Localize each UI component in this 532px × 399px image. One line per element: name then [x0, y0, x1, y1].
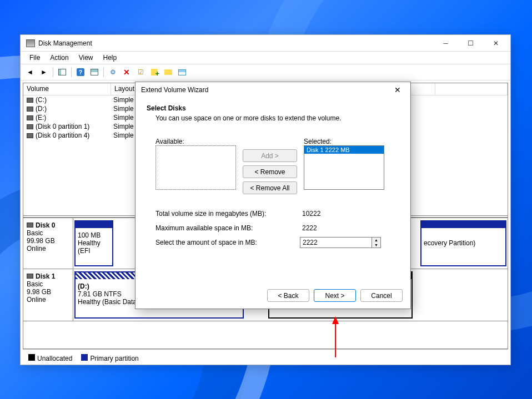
selected-listbox[interactable]: Disk 1 2222 MB — [304, 145, 384, 190]
remove-button[interactable]: < Remove — [243, 165, 297, 178]
cancel-button[interactable]: Cancel — [360, 289, 403, 302]
minimize-button[interactable]: ─ — [433, 36, 458, 51]
delete-icon[interactable]: ✕ — [121, 66, 133, 78]
wizard-titlebar: Extend Volume Wizard ✕ — [135, 82, 410, 98]
selected-label: Selected: — [304, 138, 384, 145]
volume-icon — [27, 124, 33, 129]
disk1-info: Disk 1 Basic 9.98 GB Online — [23, 269, 73, 321]
amount-label: Select the amount of space in MB: — [155, 239, 300, 246]
volume-icon — [27, 133, 33, 138]
max-space-value: 2222 — [300, 223, 383, 233]
close-button[interactable]: ✕ — [483, 36, 508, 51]
app-icon — [26, 39, 35, 47]
volume-icon — [27, 115, 33, 120]
menu-help[interactable]: Help — [99, 53, 122, 63]
forward-icon[interactable]: ► — [38, 66, 50, 78]
disk-icon — [27, 274, 33, 279]
spin-up-icon[interactable]: ▲ — [372, 238, 380, 243]
menubar: File Action View Help — [21, 52, 510, 64]
properties-icon[interactable] — [176, 66, 188, 78]
show-hide-icon[interactable] — [56, 66, 68, 78]
available-listbox[interactable] — [155, 145, 236, 190]
disk0-info: Disk 0 Basic 99.98 GB Online — [23, 218, 73, 269]
refresh-icon[interactable] — [88, 66, 101, 78]
partition[interactable]: ecovery Partition) — [420, 220, 506, 266]
menu-view[interactable]: View — [74, 53, 98, 63]
check-icon[interactable]: ☑ — [134, 66, 147, 78]
wizard-subtitle: You can use space on one or more disks t… — [155, 114, 399, 122]
max-space-label: Maximum available space in MB: — [155, 224, 300, 232]
wizard-title: Extend Volume Wizard — [141, 86, 390, 94]
toolbar: ◄ ► ? ⚙ ✕ ☑ + — [21, 64, 510, 80]
maximize-button[interactable]: ☐ — [458, 36, 483, 51]
settings-icon[interactable]: ⚙ — [107, 66, 119, 78]
back-button[interactable]: < Back — [267, 289, 309, 302]
wizard-icon[interactable] — [162, 66, 174, 78]
partition[interactable]: 100 MB Healthy (EFI — [74, 220, 113, 266]
volume-icon — [27, 107, 33, 112]
menu-action[interactable]: Action — [46, 53, 73, 63]
titlebar: Disk Management ─ ☐ ✕ — [21, 35, 510, 52]
add-button[interactable]: Add > — [243, 149, 297, 162]
menu-file[interactable]: File — [25, 53, 44, 63]
total-size-label: Total volume size in megabytes (MB): — [155, 210, 300, 218]
back-icon[interactable]: ◄ — [24, 66, 36, 78]
disk-icon — [27, 223, 33, 228]
wizard-header: Select Disks You can use space on one or… — [135, 98, 410, 131]
spin-down-icon[interactable]: ▼ — [372, 243, 380, 248]
annotation-arrow — [332, 316, 339, 357]
help-icon[interactable]: ? — [74, 66, 87, 78]
volume-icon — [27, 98, 33, 103]
add-icon[interactable]: + — [148, 66, 160, 78]
available-label: Available: — [155, 138, 236, 145]
window-title: Disk Management — [38, 39, 433, 47]
amount-spinner[interactable]: ▲▼ — [372, 237, 381, 248]
col-end[interactable] — [435, 83, 508, 95]
amount-input[interactable] — [300, 237, 372, 248]
legend: Unallocated Primary partition — [23, 349, 508, 367]
legend-swatch-unalloc — [28, 354, 35, 361]
wizard-heading: Select Disks — [147, 104, 186, 112]
legend-swatch-primary — [81, 354, 88, 361]
remove-all-button[interactable]: < Remove All — [243, 181, 297, 194]
close-icon[interactable]: ✕ — [390, 83, 405, 97]
extend-volume-wizard: Extend Volume Wizard ✕ Select Disks You … — [135, 82, 411, 309]
total-size-value: 10222 — [300, 209, 383, 219]
next-button[interactable]: Next > — [314, 289, 356, 302]
selected-item[interactable]: Disk 1 2222 MB — [304, 146, 384, 154]
col-volume[interactable]: Volume — [23, 83, 111, 95]
